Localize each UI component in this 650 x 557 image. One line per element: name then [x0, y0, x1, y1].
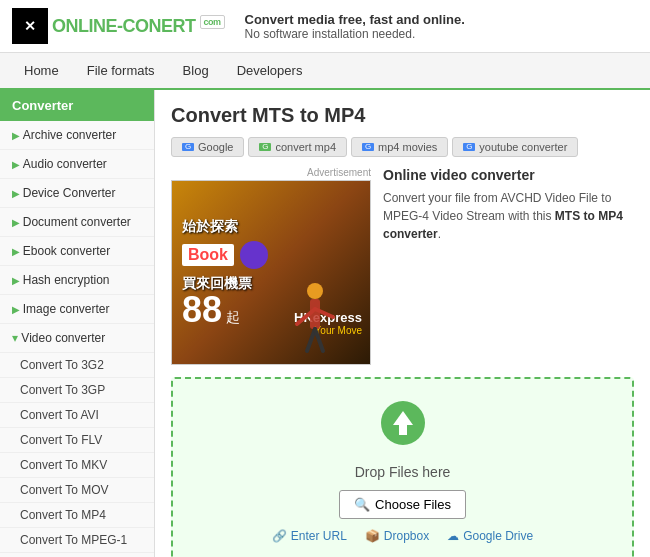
- ad-box: 始於探索 Book 買來回機票 88 起 HKexpress Your Mo: [171, 180, 371, 365]
- nav-file-formats[interactable]: File formats: [73, 53, 169, 88]
- gdrive-label: Google Drive: [463, 529, 533, 543]
- desc-text: Convert your file from AVCHD Video File …: [383, 189, 634, 243]
- sidebar: Converter Archive converter Audio conver…: [0, 90, 155, 557]
- sidebar-item-device[interactable]: Device Converter: [0, 179, 154, 208]
- header-tagline: Convert media free, fast and online. No …: [245, 12, 465, 41]
- dropbox-link[interactable]: 📦 Dropbox: [365, 529, 429, 543]
- sidebar-item-audio[interactable]: Audio converter: [0, 150, 154, 179]
- ad-content: 始於探索 Book 買來回機票 88 起 HKexpress Your Mo: [172, 181, 370, 364]
- nav-home[interactable]: Home: [10, 53, 73, 88]
- sidebar-item-hash[interactable]: Hash encryption: [0, 266, 154, 295]
- tab-google-label: Google: [198, 141, 233, 153]
- choose-files-label: Choose Files: [375, 497, 451, 512]
- magnifier-icon: 🔍: [354, 497, 370, 512]
- upload-links: 🔗 Enter URL 📦 Dropbox ☁ Google Drive: [193, 529, 612, 543]
- logo-text-accent: ERT: [161, 16, 196, 36]
- ad-figure: [285, 279, 340, 364]
- logo-badge: com: [200, 15, 225, 29]
- svg-line-5: [315, 329, 323, 351]
- tab-youtube[interactable]: G youtube converter: [452, 137, 578, 157]
- sidebar-subitem-3gp[interactable]: Convert To 3GP: [0, 378, 154, 403]
- google-icon-3: G: [362, 143, 374, 151]
- ad-circle: [240, 241, 268, 269]
- enter-url-label: Enter URL: [291, 529, 347, 543]
- logo-text: ONLINE-CONERTcom: [52, 16, 225, 37]
- svg-point-0: [307, 283, 323, 299]
- upload-area: Drop Files here 🔍 Choose Files 🔗 Enter U…: [171, 377, 634, 557]
- gdrive-icon: ☁: [447, 529, 459, 543]
- sidebar-item-ebook[interactable]: Ebook converter: [0, 237, 154, 266]
- dropbox-label: Dropbox: [384, 529, 429, 543]
- google-icon: G: [182, 143, 194, 151]
- sidebar-subitem-flv[interactable]: Convert To FLV: [0, 428, 154, 453]
- choose-files-button[interactable]: 🔍 Choose Files: [339, 490, 466, 519]
- sidebar-title: Converter: [0, 90, 154, 121]
- desc-box: Online video converter Convert your file…: [383, 167, 634, 365]
- tagline-strong: Convert media free, fast and online.: [245, 12, 465, 27]
- sidebar-item-archive[interactable]: Archive converter: [0, 121, 154, 150]
- tabs-bar: G Google G convert mp4 G mp4 movies G yo…: [171, 137, 634, 157]
- enter-url-link[interactable]: 🔗 Enter URL: [272, 529, 347, 543]
- drop-text: Drop Files here: [193, 464, 612, 480]
- gdrive-link[interactable]: ☁ Google Drive: [447, 529, 533, 543]
- tab-convert-mp4-label: convert mp4: [275, 141, 336, 153]
- logo-icon: ✕: [12, 8, 48, 44]
- tab-youtube-label: youtube converter: [479, 141, 567, 153]
- sidebar-item-image[interactable]: Image converter: [0, 295, 154, 324]
- ad-chinese-top: 始於探索: [182, 217, 238, 235]
- google-icon-2: G: [259, 143, 271, 151]
- svg-line-4: [307, 329, 315, 351]
- ad-unit: 起: [226, 309, 240, 327]
- sidebar-subitem-mpeg1[interactable]: Convert To MPEG-1: [0, 528, 154, 553]
- sidebar-subitem-3g2[interactable]: Convert To 3G2: [0, 353, 154, 378]
- sidebar-subitem-mpeg2[interactable]: Convert To MPEG-2: [0, 553, 154, 557]
- main-content: Convert MTS to MP4 G Google G convert mp…: [155, 90, 650, 557]
- desc-end: .: [438, 227, 441, 241]
- tab-convert-mp4[interactable]: G convert mp4: [248, 137, 347, 157]
- tagline-sub: No software installation needed.: [245, 27, 416, 41]
- ad-number: 88: [182, 292, 222, 328]
- nav-developers[interactable]: Developers: [223, 53, 317, 88]
- nav-blog[interactable]: Blog: [169, 53, 223, 88]
- sidebar-item-document[interactable]: Document converter: [0, 208, 154, 237]
- upload-icon: [193, 399, 612, 456]
- sidebar-item-video[interactable]: Video converter: [0, 324, 154, 353]
- layout: Converter Archive converter Audio conver…: [0, 90, 650, 557]
- dropbox-icon: 📦: [365, 529, 380, 543]
- logo-text-main: ONLINE-CON: [52, 16, 161, 36]
- sidebar-subitem-mp4[interactable]: Convert To MP4: [0, 503, 154, 528]
- desc-title: Online video converter: [383, 167, 634, 183]
- page-title: Convert MTS to MP4: [171, 104, 634, 127]
- main-nav: Home File formats Blog Developers: [0, 53, 650, 90]
- logo: ✕ ONLINE-CONERTcom: [12, 8, 225, 44]
- link-icon: 🔗: [272, 529, 287, 543]
- ad-label: Advertisement: [171, 167, 371, 178]
- google-icon-4: G: [463, 143, 475, 151]
- ad-book: Book: [182, 244, 234, 266]
- ad-desc-row: Advertisement 始於探索 Book 買來回機票 88 起: [171, 167, 634, 365]
- tab-mp4-movies-label: mp4 movies: [378, 141, 437, 153]
- header: ✕ ONLINE-CONERTcom Convert media free, f…: [0, 0, 650, 53]
- tab-google[interactable]: G Google: [171, 137, 244, 157]
- sidebar-subitem-avi[interactable]: Convert To AVI: [0, 403, 154, 428]
- tab-mp4-movies[interactable]: G mp4 movies: [351, 137, 448, 157]
- sidebar-subitem-mov[interactable]: Convert To MOV: [0, 478, 154, 503]
- svg-rect-8: [399, 425, 407, 435]
- sidebar-subitem-mkv[interactable]: Convert To MKV: [0, 453, 154, 478]
